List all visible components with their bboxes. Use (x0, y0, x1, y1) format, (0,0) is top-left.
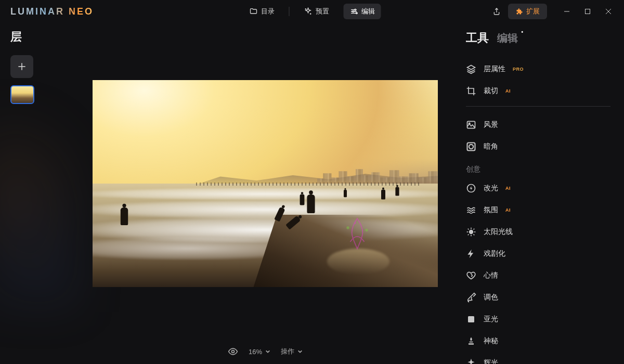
tool-label: 风景 (484, 120, 498, 129)
tool-label: 心情 (484, 271, 498, 280)
flash-circle-icon (466, 183, 476, 193)
extensions-button[interactable]: 扩展 (508, 4, 547, 19)
logo-word-2: NEO (69, 6, 94, 17)
tab-edit[interactable]: 编辑 (344, 4, 381, 19)
sparkle-icon (304, 7, 313, 16)
tool-toning[interactable]: 调色 (466, 287, 610, 308)
tool-relight[interactable]: 改光 AI (466, 177, 610, 199)
titlebar-right: 扩展 (489, 4, 619, 19)
svg-rect-27 (468, 316, 474, 322)
layers-panel: 层 (0, 23, 78, 364)
actions-dropdown[interactable]: 操作 (281, 347, 303, 356)
tool-sunrays[interactable]: 太阳光线 (466, 221, 610, 243)
svg-point-18 (470, 230, 473, 234)
svg-rect-15 (467, 143, 475, 151)
share-button[interactable] (489, 4, 504, 19)
tool-atmosphere[interactable]: 氛围 AI (466, 199, 610, 221)
app-logo: LUMINAR NEO (10, 6, 94, 17)
bolt-icon (466, 249, 476, 259)
tab-presets[interactable]: 预置 (298, 4, 335, 19)
logo-word-1: LUMINAR (10, 6, 69, 17)
tab-catalog-label: 目录 (261, 7, 275, 16)
group-creative-label: 创意 (466, 165, 610, 174)
square-icon (466, 314, 476, 324)
svg-point-16 (469, 145, 473, 149)
layers-icon (466, 64, 476, 74)
svg-point-0 (355, 9, 356, 10)
canvas-footer: 16% 操作 (228, 346, 303, 357)
landscape-icon (466, 120, 476, 130)
tool-mystical[interactable]: 神秘 (466, 330, 610, 352)
divider (466, 106, 610, 107)
main: 层 (0, 23, 624, 364)
tool-label: 暗角 (484, 142, 498, 151)
tool-label: 层属性 (484, 64, 505, 74)
tool-glow[interactable]: 辉光 (466, 352, 610, 364)
ai-badge: AI (505, 207, 511, 213)
sparkle-icon (466, 358, 476, 364)
eye-icon (228, 346, 238, 357)
tool-matte[interactable]: 亚光 (466, 308, 610, 330)
tool-layer-properties[interactable]: 层属性 PRO (466, 58, 610, 80)
actions-label: 操作 (281, 347, 294, 356)
folder-icon (250, 7, 258, 16)
puzzle-icon (515, 8, 523, 16)
sliders-icon (350, 7, 358, 16)
titlebar: LUMINAR NEO 目录 预置 编辑 扩展 (0, 0, 624, 23)
tool-crop[interactable]: 裁切 AI (466, 80, 610, 102)
layers-title: 层 (10, 29, 68, 45)
divider (289, 7, 290, 16)
plus-icon (17, 61, 27, 72)
vignette-icon (466, 141, 476, 152)
waves-icon (466, 205, 476, 215)
tool-label: 太阳光线 (484, 227, 513, 237)
image-canvas[interactable] (93, 80, 438, 287)
candle-icon (466, 336, 476, 346)
window-controls (556, 4, 619, 19)
svg-rect-4 (586, 9, 590, 14)
svg-line-23 (468, 229, 469, 230)
tool-mood[interactable]: 心情 (466, 265, 610, 287)
tools-title: 工具 (466, 30, 489, 46)
svg-point-1 (353, 11, 354, 12)
tool-dramatic[interactable]: 戏剧化 (466, 243, 610, 265)
extensions-label: 扩展 (526, 7, 540, 16)
chevron-down-icon (265, 349, 270, 354)
edits-tab[interactable]: 编辑 (497, 31, 518, 45)
heart-spiral-icon (466, 270, 476, 281)
maximize-button[interactable] (577, 4, 598, 19)
zoom-dropdown[interactable]: 16% (249, 348, 270, 356)
tool-label: 调色 (484, 293, 498, 302)
tool-vignette[interactable]: 暗角 (466, 136, 610, 158)
tool-label: 辉光 (484, 358, 498, 364)
sun-icon (466, 227, 476, 237)
layer-thumbnail[interactable] (10, 85, 34, 104)
tool-label: 亚光 (484, 315, 498, 324)
compare-button[interactable] (228, 346, 238, 357)
ai-badge: AI (505, 88, 511, 94)
brush-icon (466, 292, 476, 303)
tab-edit-label: 编辑 (361, 7, 375, 16)
share-icon (492, 7, 501, 16)
ai-badge: AI (505, 186, 511, 191)
tool-label: 改光 (484, 184, 498, 193)
svg-line-26 (474, 229, 475, 230)
tools-panel: 工具 编辑 层属性 PRO 裁切 AI 风景 暗角 创意 改光 AI (452, 23, 624, 364)
close-button[interactable] (598, 4, 619, 19)
pro-badge: PRO (513, 67, 524, 72)
svg-line-24 (474, 235, 475, 236)
svg-point-12 (231, 350, 234, 353)
tool-label: 神秘 (484, 336, 498, 346)
minimize-icon (564, 8, 570, 15)
close-icon (605, 8, 612, 15)
tools-header: 工具 编辑 (466, 30, 610, 46)
tab-catalog[interactable]: 目录 (243, 4, 281, 19)
crop-icon (466, 86, 476, 96)
tool-label: 裁切 (484, 86, 498, 96)
minimize-button[interactable] (556, 4, 577, 19)
chevron-down-icon (297, 349, 303, 354)
tool-landscape[interactable]: 风景 (466, 114, 610, 136)
add-layer-button[interactable] (10, 55, 33, 78)
canvas-area: 16% 操作 (78, 23, 452, 364)
zoom-value: 16% (249, 348, 262, 356)
